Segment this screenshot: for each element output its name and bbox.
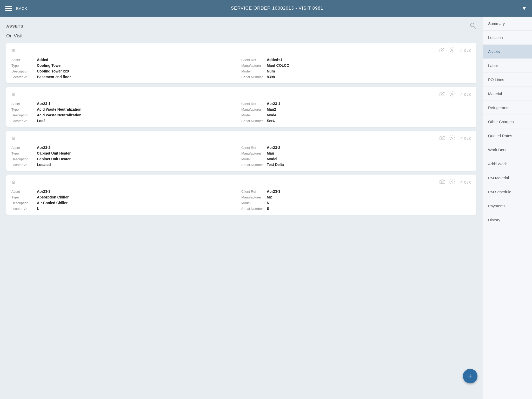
sidebar-item-work-done[interactable]: Work Done [483, 143, 532, 157]
main-layout: ASSETS On Visit ⚙ [0, 17, 532, 399]
field-value-description: Cabinet Unit Heater [37, 157, 71, 161]
field-client-ref: Client Ref Apr23-1 [241, 102, 471, 106]
sidebar-item-quoted-rates[interactable]: Quoted Rates [483, 129, 532, 143]
field-value-description: Acid Waste Neutralization [37, 113, 81, 117]
sidebar-item-pm-schedule[interactable]: PM Schedule [483, 185, 532, 199]
check-score-row: ✓ 0 / 0 [459, 48, 471, 53]
sidebar-item-po-lines[interactable]: PO Lines [483, 73, 532, 87]
card-top-row: ⚙ ✓ 0 / 0 [11, 91, 471, 98]
field-located-at: Located At Located [11, 163, 241, 167]
check-icon: ✓ [459, 92, 463, 97]
dropdown-button[interactable]: ▼ [522, 5, 527, 11]
field-label-located-at: Located At [11, 75, 35, 79]
sidebar-item-assets[interactable]: Assets [483, 45, 532, 59]
assets-section-title: ASSETS [6, 24, 23, 28]
sidebar-item-history[interactable]: History [483, 213, 532, 227]
camera-icon[interactable] [440, 135, 445, 141]
field-value-asset: Apr23-2 [37, 145, 50, 150]
field-model: Model N [241, 201, 471, 205]
field-asset: Asset Apr23-2 [11, 145, 241, 150]
gear-icon[interactable]: ⚙ [11, 92, 16, 97]
field-serial: Serial Number Ser4 [241, 119, 471, 123]
field-label-asset: Asset [11, 146, 35, 150]
add-asset-button[interactable]: + [463, 369, 477, 383]
on-visit-label: On Visit [6, 33, 476, 39]
field-value-located-at: Basement 2nd floor [37, 75, 71, 79]
card-top-row: ⚙ ✓ 0 / 0 [11, 135, 471, 142]
sidebar: SummaryLocationAssetsLaborPO LinesMateri… [483, 17, 532, 399]
field-label-serial: Serial Number [241, 119, 265, 123]
svg-point-6 [441, 137, 443, 139]
field-value-type: Absorption Chiller [37, 195, 69, 199]
check-icon: ✓ [459, 136, 463, 141]
config-icon[interactable] [449, 135, 455, 142]
page-title: SERVICE ORDER 10002013 - VISIT 8981 [32, 6, 522, 11]
field-type: Type Cooling Tower [11, 63, 241, 68]
field-value-type: Acid Waste Neutralization [37, 107, 81, 111]
svg-point-4 [441, 94, 443, 95]
camera-icon[interactable] [440, 91, 445, 97]
field-description: Description Acid Waste Neutralization [11, 113, 241, 117]
field-asset: Asset Apr23-1 [11, 102, 241, 106]
sidebar-item-other-charges[interactable]: Other Charges [483, 115, 532, 129]
field-value-asset: Added [37, 58, 48, 62]
field-value-description: Cooling Tower xxX [37, 69, 69, 73]
gear-icon[interactable]: ⚙ [11, 48, 16, 54]
gear-icon[interactable]: ⚙ [11, 179, 16, 185]
field-description: Description Cabinet Unit Heater [11, 157, 241, 161]
config-icon[interactable] [449, 47, 455, 54]
sidebar-item-summary[interactable]: Summary [483, 17, 532, 31]
sidebar-item-material[interactable]: Material [483, 87, 532, 101]
svg-point-9 [451, 181, 453, 182]
back-button[interactable]: BACK [16, 6, 27, 11]
search-button[interactable] [469, 22, 476, 30]
card-col-left: Asset Apr23-1 Type Acid Waste Neutraliza… [11, 102, 241, 123]
card-col-left: Asset Apr23-2 Type Cabinet Unit Heater D… [11, 145, 241, 167]
field-value-client-ref: Apr23-2 [267, 145, 280, 150]
field-manufacturer: Manufacturer Man2 [241, 107, 471, 111]
field-serial: Serial Number S [241, 207, 471, 211]
field-label-description: Description [11, 69, 35, 73]
camera-icon[interactable] [440, 48, 445, 54]
card-fields: Asset Apr23-2 Type Cabinet Unit Heater D… [11, 145, 471, 167]
field-type: Type Acid Waste Neutralization [11, 107, 241, 111]
asset-card: ⚙ ✓ 0 / 0 Asset [6, 131, 476, 171]
field-label-serial: Serial Number [241, 207, 265, 211]
svg-point-3 [451, 49, 453, 51]
sidebar-item-pm-material[interactable]: PM Material [483, 171, 532, 185]
field-value-serial: 8398 [267, 75, 275, 79]
sidebar-item-payments[interactable]: Payments [483, 199, 532, 213]
field-label-type: Type [11, 108, 35, 111]
field-value-serial: Ser4 [267, 119, 275, 123]
field-value-manufacturer: Man2 [267, 107, 276, 111]
field-client-ref: Client Ref Added+1 [241, 58, 471, 62]
field-value-serial: S [267, 207, 269, 211]
field-label-model: Model [241, 201, 265, 205]
config-icon[interactable] [449, 179, 455, 186]
field-value-asset: Apr23-3 [37, 189, 50, 194]
sidebar-item-labor[interactable]: Labor [483, 59, 532, 73]
card-col-right: Client Ref Apr23-1 Manufacturer Man2 Mod… [241, 102, 471, 123]
field-value-located-at: Located [37, 163, 51, 167]
field-label-type: Type [11, 64, 35, 68]
svg-point-2 [441, 50, 443, 51]
field-asset: Asset Added [11, 58, 241, 62]
sidebar-item-location[interactable]: Location [483, 31, 532, 45]
card-top-row: ⚙ ✓ 0 / 0 [11, 179, 471, 186]
field-type: Type Absorption Chiller [11, 195, 241, 199]
menu-button[interactable] [5, 6, 12, 11]
card-score: 0 / 0 [464, 136, 471, 141]
asset-card: ⚙ ✓ 0 / 0 Asset [6, 87, 476, 127]
gear-icon[interactable]: ⚙ [11, 136, 16, 141]
field-client-ref: Client Ref Apr23-2 [241, 145, 471, 150]
asset-cards-list: ⚙ ✓ 0 / 0 Asset [6, 43, 476, 215]
field-label-client-ref: Client Ref [241, 146, 265, 150]
sidebar-item-refrigerants[interactable]: Refrigerants [483, 101, 532, 115]
asset-card: ⚙ ✓ 0 / 0 Asset [6, 43, 476, 83]
field-label-asset: Asset [11, 102, 35, 106]
camera-icon[interactable] [440, 179, 445, 185]
field-manufacturer: Manufacturer Manf COLCO [241, 63, 471, 68]
field-label-manufacturer: Manufacturer [241, 195, 265, 199]
sidebar-item-addl-work[interactable]: Add'l Work [483, 157, 532, 171]
config-icon[interactable] [449, 91, 455, 98]
